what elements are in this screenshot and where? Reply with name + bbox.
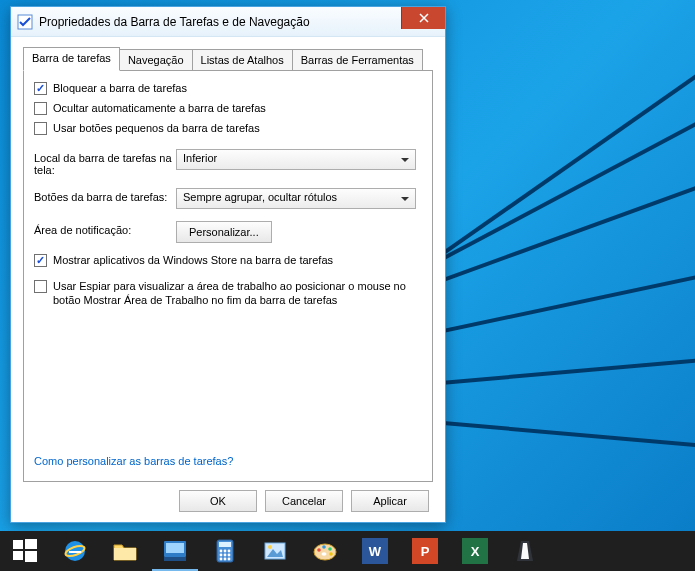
folder-icon xyxy=(111,537,139,565)
checkbox-small-buttons[interactable] xyxy=(34,122,47,135)
checkbox-show-store-apps[interactable] xyxy=(34,254,47,267)
windows-logo-icon xyxy=(11,537,39,565)
svg-point-14 xyxy=(224,550,227,553)
svg-point-19 xyxy=(220,558,223,561)
taskbar-item-generic[interactable] xyxy=(500,531,550,571)
svg-rect-1 xyxy=(13,540,23,549)
svg-rect-2 xyxy=(25,539,37,549)
window-title: Propriedades da Barra de Tarefas e de Na… xyxy=(39,15,401,29)
label-notification-area: Área de notificação: xyxy=(34,221,176,236)
svg-rect-10 xyxy=(164,557,186,561)
svg-rect-9 xyxy=(166,543,184,553)
tab-navigation[interactable]: Navegação xyxy=(119,49,193,70)
taskbar-item-explorer[interactable] xyxy=(100,531,150,571)
excel-icon: X xyxy=(462,538,488,564)
label-show-store-apps: Mostrar aplicativos da Windows Store na … xyxy=(53,253,333,267)
checkbox-lock-taskbar[interactable] xyxy=(34,82,47,95)
taskbar-properties-dialog: Propriedades da Barra de Tarefas e de Na… xyxy=(10,6,446,523)
client-area: Barra de tarefas Navegação Listas de Ata… xyxy=(11,37,445,522)
taskbar-item-paint[interactable] xyxy=(300,531,350,571)
titlebar[interactable]: Propriedades da Barra de Tarefas e de Na… xyxy=(11,7,445,37)
dialog-button-bar: OK Cancelar Aplicar xyxy=(23,482,433,514)
calculator-icon xyxy=(211,537,239,565)
label-small-buttons: Usar botões pequenos da barra de tarefas xyxy=(53,121,260,135)
svg-point-15 xyxy=(228,550,231,553)
svg-point-28 xyxy=(328,547,332,551)
svg-point-26 xyxy=(317,548,321,552)
label-auto-hide: Ocultar automaticamente a barra de taref… xyxy=(53,101,266,115)
system-taskbar: W P X xyxy=(0,531,695,571)
taskbar-item-ie[interactable] xyxy=(50,531,100,571)
word-icon: W xyxy=(362,538,388,564)
taskbar-item-powerpoint[interactable]: P xyxy=(400,531,450,571)
taskbar-item-photos[interactable] xyxy=(250,531,300,571)
svg-point-17 xyxy=(224,554,227,557)
label-taskbar-location: Local da barra de tarefas na tela: xyxy=(34,149,176,176)
ok-button[interactable]: OK xyxy=(179,490,257,512)
tab-strip: Barra de tarefas Navegação Listas de Ata… xyxy=(23,47,433,71)
svg-point-21 xyxy=(228,558,231,561)
checkbox-auto-hide[interactable] xyxy=(34,102,47,115)
svg-point-29 xyxy=(329,552,333,556)
powerpoint-icon: P xyxy=(412,538,438,564)
svg-point-24 xyxy=(268,545,272,549)
cancel-button[interactable]: Cancelar xyxy=(265,490,343,512)
svg-point-13 xyxy=(220,550,223,553)
label-taskbar-buttons: Botões da barra de tarefas: xyxy=(34,188,176,203)
taskbar-item-word[interactable]: W xyxy=(350,531,400,571)
tab-panel-taskbar: Bloquear a barra de tarefas Ocultar auto… xyxy=(23,71,433,482)
svg-point-27 xyxy=(322,545,326,549)
checkbox-use-peek[interactable] xyxy=(34,280,47,293)
taskbar-item-properties[interactable] xyxy=(150,531,200,571)
svg-point-30 xyxy=(322,552,327,556)
customize-button[interactable]: Personalizar... xyxy=(176,221,272,243)
paint-icon xyxy=(311,537,339,565)
svg-point-16 xyxy=(220,554,223,557)
app-icon xyxy=(511,537,539,565)
taskbar-item-calculator[interactable] xyxy=(200,531,250,571)
svg-rect-12 xyxy=(219,542,231,547)
svg-point-20 xyxy=(224,558,227,561)
label-lock-taskbar: Bloquear a barra de tarefas xyxy=(53,81,187,95)
start-button[interactable] xyxy=(0,531,50,571)
ie-icon xyxy=(61,537,89,565)
select-taskbar-location[interactable]: Inferior xyxy=(176,149,416,170)
window-icon xyxy=(17,14,33,30)
select-taskbar-buttons[interactable]: Sempre agrupar, ocultar rótulos xyxy=(176,188,416,209)
close-button[interactable] xyxy=(401,7,445,29)
svg-rect-3 xyxy=(13,551,23,560)
help-link[interactable]: Como personalizar as barras de tarefas? xyxy=(34,455,422,467)
label-use-peek: Usar Espiar para visualizar a área de tr… xyxy=(53,279,413,307)
apply-button[interactable]: Aplicar xyxy=(351,490,429,512)
svg-rect-7 xyxy=(114,548,136,560)
taskbar-properties-icon xyxy=(161,537,189,565)
tab-toolbars[interactable]: Barras de Ferramentas xyxy=(292,49,423,70)
svg-rect-4 xyxy=(25,551,37,562)
taskbar-item-excel[interactable]: X xyxy=(450,531,500,571)
svg-point-18 xyxy=(228,554,231,557)
tab-taskbar[interactable]: Barra de tarefas xyxy=(23,47,120,71)
tab-jumplists[interactable]: Listas de Atalhos xyxy=(192,49,293,70)
photos-icon xyxy=(261,537,289,565)
